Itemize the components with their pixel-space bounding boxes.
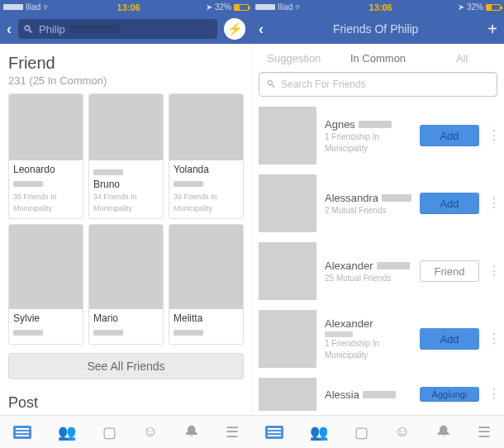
- news-feed-icon[interactable]: [13, 426, 31, 439]
- add-button[interactable]: Add: [420, 193, 479, 214]
- friend-card[interactable]: Sylvie: [8, 224, 83, 345]
- friends-icon[interactable]: 👥: [58, 423, 76, 441]
- list-item[interactable]: Alessia Aggiungi ⋮: [252, 373, 504, 411]
- redacted-text: [174, 330, 203, 336]
- friends-search-input[interactable]: 🔍︎ Search For Friends: [259, 72, 497, 97]
- friend-card[interactable]: Mario: [88, 224, 164, 345]
- add-button[interactable]: Aggiungi: [420, 387, 479, 402]
- friend-sub: 35 Friends In: [13, 193, 78, 202]
- friend-card[interactable]: Yolanda 39 Friends In Municipality: [169, 93, 244, 219]
- redacted-text: [377, 262, 410, 269]
- friend-card[interactable]: Leonardo 35 Friends In Municipality: [8, 93, 83, 219]
- redacted-text: [382, 194, 411, 202]
- news-feed-icon[interactable]: [265, 426, 283, 439]
- bottom-tab-bar: 👥 ▢ ☺ 🔔︎ ☰: [0, 415, 252, 448]
- avatar: [9, 225, 83, 309]
- friends-grid: Leonardo 35 Friends In Municipality Brun…: [8, 93, 244, 345]
- post-section-title: Post: [8, 394, 244, 412]
- friend-sub2: Municipality: [325, 144, 411, 154]
- menu-icon[interactable]: ☰: [226, 423, 239, 441]
- add-button[interactable]: Add: [420, 125, 479, 146]
- carrier-label: Iliad: [278, 2, 292, 12]
- tab-all[interactable]: All: [420, 44, 504, 72]
- chevron-left-icon[interactable]: ‹: [259, 21, 264, 38]
- phone-right: Iliad ᯤ 13:06 ➤ 32% ‹ Friends Of Philip …: [252, 0, 504, 448]
- friend-sub: 34 Friends In: [93, 193, 159, 202]
- avatar: [169, 94, 243, 160]
- friend-name: Mario: [93, 312, 159, 324]
- friend-name: Alexander: [325, 317, 373, 330]
- friends-list: Agnes 1 Friendship In Municipality Add ⋮…: [252, 102, 504, 415]
- battery-icon: [486, 4, 501, 11]
- tab-suggestion[interactable]: Suggestion: [252, 44, 336, 72]
- messenger-icon: ⚡: [227, 21, 243, 36]
- avatar: [259, 174, 316, 232]
- list-item[interactable]: Agnes 1 Friendship In Municipality Add ⋮: [252, 102, 504, 169]
- location-icon: ➤: [458, 2, 464, 12]
- status-bar: Iliad ᯤ 13:06 ➤ 32%: [0, 0, 252, 14]
- more-icon[interactable]: ⋮: [487, 392, 497, 397]
- clock: 13:06: [369, 2, 392, 12]
- list-item[interactable]: Alexander 1 Friendship In Municipality A…: [252, 305, 504, 373]
- more-icon[interactable]: ⋮: [487, 133, 497, 138]
- friend-card[interactable]: Melitta: [169, 224, 244, 345]
- redacted-text: [93, 169, 123, 175]
- menu-icon[interactable]: ☰: [478, 423, 491, 441]
- redacted-text: [70, 25, 120, 33]
- chevron-left-icon[interactable]: ‹: [7, 21, 12, 38]
- groups-icon[interactable]: ☺: [143, 423, 158, 441]
- groups-icon[interactable]: ☺: [395, 423, 410, 441]
- battery-percent: 32%: [215, 2, 231, 12]
- section-title: Friend: [8, 54, 244, 73]
- plus-icon[interactable]: +: [487, 20, 497, 39]
- search-placeholder: Search For Friends: [281, 79, 366, 90]
- search-icon: 🔍︎: [266, 79, 276, 90]
- tabs: Suggestion In Common All: [252, 44, 504, 72]
- friend-name: Melitta: [174, 312, 239, 324]
- bottom-tab-bar: 👥 ▢ ☺ 🔔︎ ☰: [252, 415, 504, 448]
- messenger-button[interactable]: ⚡: [224, 18, 245, 40]
- battery-percent: 32%: [467, 2, 483, 12]
- friend-name: Alessandra: [325, 192, 378, 204]
- list-item[interactable]: Alexander 25 Mutual Friends Friend ⋮: [252, 237, 504, 305]
- location-icon: ➤: [206, 2, 212, 12]
- friend-sub: 1 Friendship In: [325, 132, 411, 142]
- list-item[interactable]: Alessandra 2 Mutual Friends Add ⋮: [252, 169, 504, 237]
- friend-name: Sylvie: [13, 312, 78, 324]
- friend-name: Alexander: [325, 260, 373, 272]
- signal-icon: [255, 4, 275, 10]
- search-query: Philip: [39, 23, 65, 36]
- nav-bar: ‹ 🔍︎ Philip ⚡: [0, 14, 252, 44]
- friend-sub2: Municipality: [13, 204, 78, 213]
- friend-name: Bruno: [93, 179, 159, 190]
- battery-icon: [234, 4, 249, 11]
- friends-icon[interactable]: 👥: [310, 423, 328, 441]
- section-subtitle: 231 (25 In Common): [8, 74, 244, 87]
- video-icon[interactable]: ▢: [102, 423, 116, 441]
- status-bar: Iliad ᯤ 13:06 ➤ 32%: [252, 0, 504, 14]
- video-icon[interactable]: ▢: [354, 423, 368, 441]
- friend-sub: 2 Mutual Friends: [325, 206, 411, 216]
- search-input[interactable]: 🔍︎ Philip: [18, 19, 217, 39]
- see-all-friends-button[interactable]: See All Friends: [8, 353, 244, 379]
- redacted-text: [13, 181, 43, 187]
- notifications-icon[interactable]: 🔔︎: [184, 423, 199, 441]
- more-icon[interactable]: ⋮: [487, 269, 497, 274]
- friend-button[interactable]: Friend: [420, 260, 479, 282]
- friend-name: Alessia: [325, 388, 359, 401]
- redacted-text: [93, 330, 123, 336]
- page-title: Friends Of Philip: [270, 22, 481, 36]
- friend-card[interactable]: Bruno 34 Friends In Municipality: [88, 93, 164, 219]
- avatar: [259, 242, 316, 300]
- more-icon[interactable]: ⋮: [487, 201, 497, 206]
- friend-name: Leonardo: [13, 164, 78, 175]
- notifications-icon[interactable]: 🔔︎: [436, 423, 451, 441]
- avatar: [259, 107, 316, 164]
- more-icon[interactable]: ⋮: [487, 336, 497, 341]
- friend-sub2: Municipality: [93, 204, 159, 213]
- tab-in-common[interactable]: In Common: [336, 44, 421, 72]
- friend-sub: 1 Friendship In: [325, 339, 411, 349]
- avatar: [259, 378, 316, 411]
- avatar: [259, 310, 316, 368]
- add-button[interactable]: Add: [420, 328, 479, 350]
